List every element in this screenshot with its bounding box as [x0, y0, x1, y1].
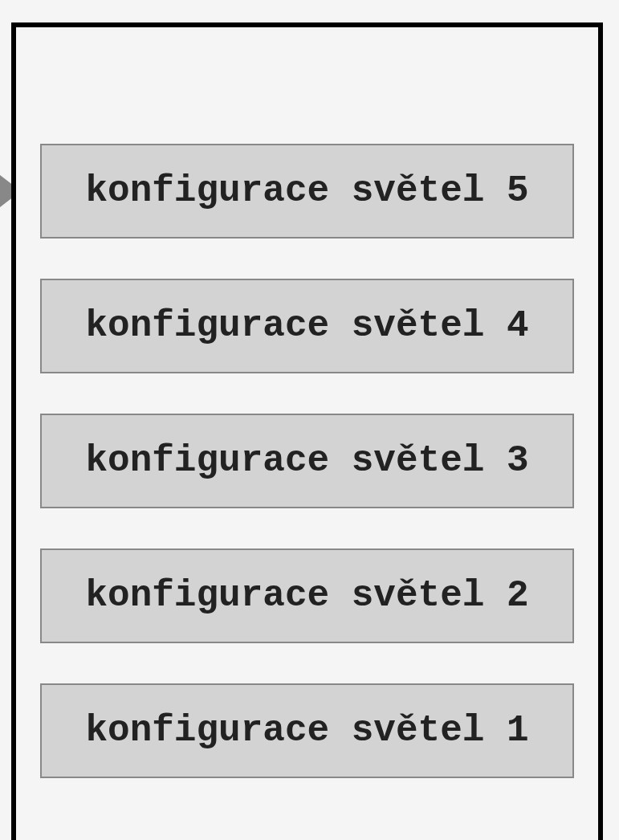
menu-item-config-3[interactable]: konfigurace světel 3	[40, 414, 574, 508]
menu-item-config-4[interactable]: konfigurace světel 4	[40, 279, 574, 373]
menu-item-config-5[interactable]: konfigurace světel 5	[40, 144, 574, 239]
menu-frame: konfigurace světel 5 konfigurace světel …	[11, 22, 603, 840]
menu-list: konfigurace světel 5 konfigurace světel …	[40, 144, 574, 778]
menu-item-config-2[interactable]: konfigurace světel 2	[40, 548, 574, 643]
menu-item-config-1[interactable]: konfigurace světel 1	[40, 683, 574, 778]
